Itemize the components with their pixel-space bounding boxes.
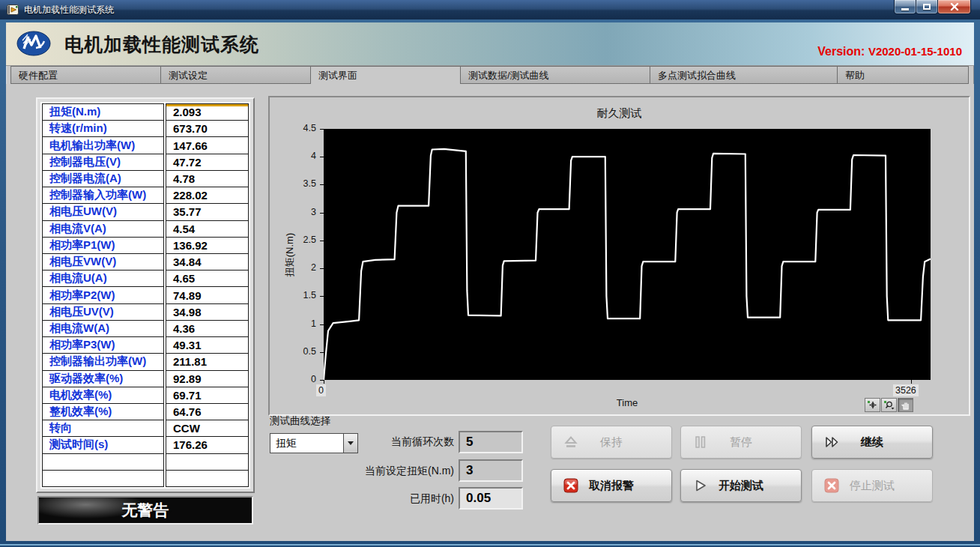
maximize-button[interactable] (916, 0, 938, 14)
table-value-cell: CCW (166, 420, 248, 436)
cursor-tool-icon[interactable] (865, 398, 880, 412)
table-value-cell: 92.89 (166, 370, 248, 387)
table-label-cell: 相电压UV(V) (43, 303, 163, 320)
y-tick-mark (320, 324, 324, 325)
tab-5[interactable]: 多点测试拟合曲线 (650, 66, 837, 84)
y-tick-label: 3.5 (270, 178, 316, 190)
close-button[interactable] (937, 0, 971, 14)
stop-test-button[interactable]: 停止测试 (811, 469, 933, 502)
y-tick-label: 2.5 (270, 235, 316, 246)
elapsed-time-value: 0.05 (459, 487, 523, 510)
y-tick-label: 1.5 (270, 290, 316, 301)
warning-indicator-frame: 无警告 (37, 496, 253, 525)
pan-tool-icon[interactable] (898, 398, 913, 412)
version-text: Version: V2020-01-15-1010 (817, 45, 962, 58)
table-value-cell: 35.77 (166, 203, 248, 220)
table-label-cell: 电机输出功率(W) (43, 136, 163, 153)
start-test-button[interactable]: 开始测试 (680, 469, 802, 502)
y-tick-mark (320, 268, 324, 269)
table-value-cell: 136.92 (166, 237, 248, 253)
table-value-cell: 4.65 (166, 270, 248, 286)
table-value-cell: 34.84 (166, 253, 248, 270)
tab-4[interactable]: 测试数据/测试曲线 (460, 66, 650, 84)
table-value-cell (166, 453, 248, 470)
curve-select-value: 扭矩 (270, 433, 343, 453)
table-label-cell: 测试时间(s) (43, 436, 163, 453)
table-value-cell: 47.72 (166, 154, 248, 170)
y-tick-mark (320, 129, 324, 130)
version-label: Version: (817, 45, 865, 58)
chart-plot-area[interactable] (324, 129, 931, 380)
table-value-cell: 673.70 (166, 120, 248, 136)
y-tick-label: 1 (270, 318, 316, 330)
table-label-cell (43, 470, 163, 486)
table-label-cell: 转速(r/min) (43, 120, 163, 136)
window-controls (895, 0, 971, 14)
titlebar: 电机加载性能测试系统 (0, 0, 980, 19)
y-tick-label: 4.5 (270, 123, 316, 134)
table-value-cell: 2.093 (166, 104, 248, 120)
table-value-cell (166, 470, 248, 486)
table-value-cell: 69.71 (166, 387, 248, 403)
table-value-cell: 74.89 (166, 286, 248, 303)
cycle-count-label: 当前循环次数 (342, 435, 454, 449)
table-label-cell: 相功率P3(W) (43, 336, 163, 353)
tab-3[interactable]: 测试界面 (310, 66, 460, 84)
y-tick-mark (320, 352, 324, 353)
measurement-table: 扭矩(N.m)转速(r/min)电机输出功率(W)控制器电压(V)控制器电流(A… (40, 102, 250, 489)
minimize-button[interactable] (894, 0, 916, 14)
stop-icon (823, 477, 840, 494)
chart-x-axis-label: Time (324, 397, 931, 408)
tab-bar: 硬件配置测试设定测试界面测试数据/测试曲线多点测试拟合曲线帮助 (6, 66, 974, 84)
labview-app-icon (7, 4, 19, 16)
table-label-cell: 相电流W(A) (43, 320, 163, 336)
resume-button[interactable]: 继续 (811, 426, 933, 459)
tab-1[interactable]: 硬件配置 (10, 66, 160, 84)
x-tick-mark (911, 380, 912, 384)
version-value: V2020-01-15-1010 (868, 45, 962, 58)
measurement-value-column: 2.093673.70147.6647.724.78228.0235.774.5… (166, 103, 249, 487)
table-value-cell: 4.78 (166, 170, 248, 187)
y-tick-mark (320, 241, 324, 241)
cancel-alarm-button[interactable]: 取消报警 (551, 469, 672, 502)
table-value-cell: 211.81 (166, 353, 248, 369)
y-tick-label: 0.5 (270, 346, 316, 357)
x-axis-max-label[interactable]: 3526 (893, 384, 919, 396)
y-tick-label: 3 (270, 207, 316, 218)
table-value-cell: 228.02 (166, 187, 248, 203)
curve-select-label: 测试曲线选择 (270, 414, 330, 428)
hold-button[interactable]: 保持 (551, 426, 672, 459)
table-label-cell: 相电流V(A) (43, 220, 163, 237)
chart-title: 耐久测试 (270, 106, 969, 121)
table-label-cell: 控制器电压(V) (43, 154, 163, 170)
x-tick-mark (324, 380, 324, 384)
table-label-cell: 相电流U(A) (43, 270, 163, 286)
table-value-cell: 176.26 (166, 436, 248, 453)
table-label-cell: 驱动器效率(%) (43, 370, 163, 387)
tab-6[interactable]: 帮助 (837, 66, 969, 84)
table-label-cell: 控制器电流(A) (43, 170, 163, 187)
close-icon (950, 2, 959, 11)
table-label-cell: 控制器输入功率(W) (43, 187, 163, 203)
table-value-cell: 49.31 (166, 336, 248, 353)
table-label-cell: 转向 (43, 420, 163, 436)
tab-2[interactable]: 测试设定 (160, 66, 310, 84)
x-axis-min-label[interactable]: 0 (316, 384, 326, 396)
endurance-chart-panel: 耐久测试 扭矩(N.m) Time (268, 96, 970, 416)
measurement-table-panel: 扭矩(N.m)转速(r/min)电机输出功率(W)控制器电压(V)控制器电流(A… (36, 97, 255, 493)
torque-trace (324, 149, 931, 380)
graph-tool-palette (865, 398, 913, 412)
table-label-cell: 整机效率(%) (43, 403, 163, 420)
content-area: 扭矩(N.m)转速(r/min)电机输出功率(W)控制器电压(V)控制器电流(A… (6, 84, 974, 541)
app-window: 电机加载性能测试系统 电机加载性能测试系统 (0, 0, 980, 547)
table-label-cell: 相功率P1(W) (43, 237, 163, 253)
table-value-cell: 147.66 (166, 136, 248, 153)
zoom-tool-icon[interactable] (881, 398, 897, 412)
play-icon (692, 477, 709, 494)
eject-icon (563, 434, 579, 450)
table-label-cell (43, 453, 163, 470)
y-tick-mark (320, 213, 324, 214)
y-tick-mark (320, 296, 324, 297)
cycle-count-value: 5 (459, 431, 523, 453)
pause-button[interactable]: 暂停 (680, 426, 802, 459)
